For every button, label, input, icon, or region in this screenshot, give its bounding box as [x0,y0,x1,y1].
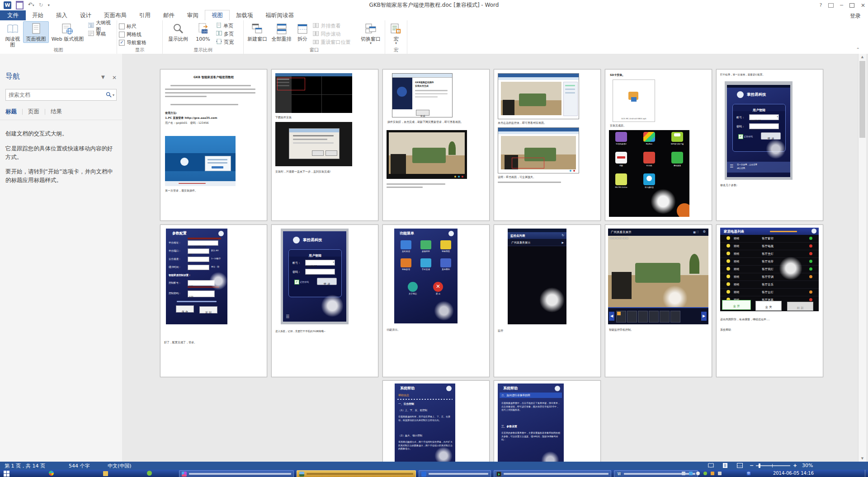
nav-tab-results[interactable]: 结果 [45,108,67,116]
search-dropdown-icon[interactable]: ▾ [113,93,114,97]
show-desktop-button[interactable] [865,470,868,477]
doc-page-6[interactable]: 打开程序，第一次使用，需要进行配置。 掌控易科技 用户登陆 帐号： gzgkb0… [716,69,823,221]
zoom-in-button[interactable]: + [793,463,797,468]
scroll-down-icon[interactable]: ▼ [859,457,866,460]
tab-foxit[interactable]: 福昕阅读器 [259,10,301,20]
zoom-level[interactable]: 30% [802,463,813,468]
gridlines-checkbox[interactable]: 网格线 [119,31,160,38]
doc-page-2[interactable]: 下载软件安装 安装时，只需要一直点下一步，直到安装完成! [271,69,378,221]
doc-page-12[interactable]: 家居电器列表 照明 客厅窗帘 照明 客厅电视 照明 客厅主灯 [716,224,823,377]
doc-page-9[interactable]: 功能菜单 实时监控 录像回放 智能照明 智能家居 手机直播 系统帮助 关于我们 … [382,224,490,377]
tab-references[interactable]: 引用 [133,10,157,20]
read-mode-view-icon[interactable] [708,463,714,469]
nav-tab-headings[interactable]: 标题 [5,108,22,116]
zoom-slider[interactable] [756,465,790,466]
zoom-button[interactable]: 显示比例 [165,21,192,43]
camera-item: 广州真番美展示 [511,241,530,244]
device-type: 照明 [734,275,739,279]
maximize-button[interactable] [849,3,854,8]
switch-windows-button[interactable]: 切换窗口 ▾ [359,21,383,46]
folder-pinned-icon[interactable] [103,471,108,476]
nav-close-icon[interactable]: ✕ [112,75,117,81]
browser-pinned-icon[interactable] [49,471,54,476]
minimize-button[interactable]: ─ [840,2,843,8]
search-input[interactable] [6,92,105,98]
help-button[interactable]: ? [819,2,822,8]
draft-view-button[interactable]: 草稿 [88,31,113,37]
doc-page-4[interactable]: 点击左边的监控点，即可查看对应画面。 说明：双击画面，可全屏放大。 [494,69,601,221]
security-pinned-icon[interactable] [147,471,152,476]
taskbar-window-3[interactable] [419,470,491,477]
taskbar-window-word[interactable]: W [614,470,698,477]
tray-icon[interactable] [703,472,707,475]
print-layout-view-icon[interactable] [722,463,728,469]
synchronous-scrolling-button[interactable]: 同步滚动 [313,31,356,37]
read-mode-button[interactable]: 阅读视图 [2,21,23,49]
ribbon-display-options-icon[interactable] [828,3,834,8]
page-width-button[interactable]: 页宽 [216,39,234,46]
input-method-icon[interactable]: 中 [747,472,750,475]
device-name: 客厅音乐 [762,283,774,286]
phone-login-screenshot: 掌控易科技 用户登陆 帐号： gzgkb01 ▾ 密码： •••••• ✓ [725,81,793,180]
macros-button[interactable]: 宏 ▾ [387,21,405,46]
nav-dropdown-icon[interactable]: ▼ [101,75,105,80]
taskbar-window-4[interactable] [494,470,611,477]
status-dot [809,252,812,255]
web-layout-button[interactable]: Web 版式视图 [49,21,86,43]
nav-tab-pages[interactable]: 页面 [23,108,45,116]
navigation-pane-checkbox[interactable]: ✓ 导航窗格 [119,39,160,46]
tab-file[interactable]: 文件 [0,10,26,20]
arrange-all-button[interactable]: 全部重排 [269,21,293,43]
split-button[interactable]: 拆分 [294,21,311,43]
vertical-scrollbar[interactable]: ▲ ▼ [858,54,866,462]
search-box[interactable]: ▾ [5,89,117,101]
taskbar-clock[interactable]: 2014-06-05 14:16 [773,471,814,476]
web-layout-view-icon[interactable] [737,463,743,469]
multiple-pages-button[interactable]: 多页 [216,31,234,37]
zoom-100-button[interactable]: 100 100% [192,21,214,43]
page-indicator[interactable]: 第 1 页，共 14 页 [5,463,45,469]
ruler-checkbox[interactable]: 标尺 [119,23,160,30]
doc-page-7[interactable]: 参数配置 平台地址： gce.aaa35.com 平台端口： 80 默认:80 … [160,224,267,377]
view-side-by-side-button[interactable]: 并排查看 [313,23,356,29]
doc-page-11[interactable]: 广州真番美展示 ▦ ⛶ ⚙ 2014-06-05 14:36 ◀ ▶ [605,224,712,377]
sign-in-link[interactable]: 登录 [850,12,861,20]
doc-page-13[interactable]: 系统帮助 帮助信息 一、云台控制 （1）上、下、左、右控制 在视频播放的时候，用… [382,380,490,462]
tray-icon[interactable] [696,472,700,475]
print-layout-button[interactable]: 页面视图 [23,21,48,43]
new-window-button[interactable]: 新建窗口 [245,21,269,43]
zoom-out-button[interactable]: − [750,463,754,468]
start-button[interactable] [4,471,9,477]
tab-view[interactable]: 视图 [205,10,230,21]
close-button[interactable]: ✕ [861,2,865,9]
reset-window-position-button[interactable]: 重设窗口位置 [313,39,356,46]
word-count[interactable]: 544 个字 [69,463,90,469]
taskbar-window-2-active[interactable] [297,470,416,477]
language-indicator[interactable]: 中文(中国) [108,463,132,469]
tray-icon[interactable] [689,472,693,475]
tab-insert[interactable]: 插入 [50,10,74,20]
doc-page-10[interactable]: 监控点列表 ↻ 广州真番美展示 ▶ 监控 [494,224,601,377]
collapse-ribbon-button[interactable]: ⌃ [856,47,860,52]
doc-page-1[interactable]: GKB 智能家居客户端使用教程 使用方法: 1.PC 直接登录 http://g… [160,69,267,221]
zoom-slider-thumb[interactable] [759,463,760,468]
tab-review[interactable]: 审阅 [181,10,205,20]
doc-page-14[interactable]: 系统帮助 二、如何进行录像和拍照 在视频播放界面中，点击手机的左下角菜单键，弹出… [494,380,601,462]
doc-page-8[interactable]: 掌控易科技 用户登陆 帐号： gzgkb01 ▾ 密码： •••••• ✓ [271,224,378,377]
ribbon-tab-row: 文件 开始 插入 设计 页面布局 引用 邮件 审阅 视图 加载项 福昕阅读器 登… [0,10,868,21]
scroll-up-icon[interactable]: ▲ [859,55,866,59]
doc-page-5[interactable]: SD卡安装。 GCE.MC.Android-0804.apk 安装完成后。 91… [605,69,712,221]
taskbar-window-1[interactable] [179,470,294,477]
scrollbar-thumb[interactable] [859,61,865,138]
tab-mailings[interactable]: 邮件 [157,10,181,20]
tab-addins[interactable]: 加载项 [230,10,259,20]
outline-view-button[interactable]: 大纲视图 [88,23,113,29]
tab-design[interactable]: 设计 [74,10,98,20]
doc-page-3[interactable]: GKB视频监控插件 安装向导完成 完成 插件安装好，点击完成，刷新下网页重新登录… [382,69,490,221]
search-icon[interactable] [106,91,112,99]
tab-home[interactable]: 开始 [26,10,50,20]
tray-icon[interactable] [711,472,714,475]
tray-icon[interactable] [718,472,722,475]
one-page-button[interactable]: 单页 [216,23,234,29]
tray-icon[interactable] [682,472,685,475]
